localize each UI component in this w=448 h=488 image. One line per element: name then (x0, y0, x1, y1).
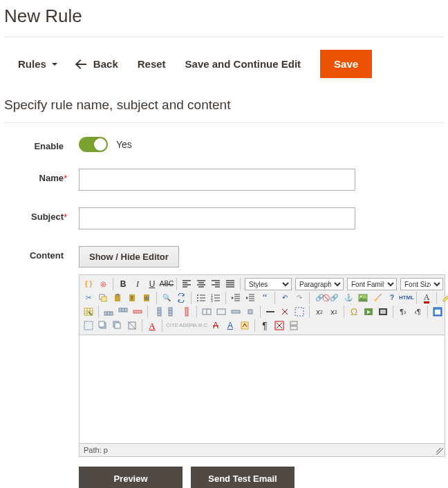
svg-rect-21 (169, 308, 172, 316)
link-icon[interactable]: 🔗 (313, 292, 326, 304)
col-after-icon[interactable] (166, 306, 178, 318)
svg-rect-26 (248, 310, 252, 314)
cite-icon[interactable]: CITE (166, 319, 178, 332)
row-properties-icon[interactable] (230, 306, 242, 318)
editor-body[interactable] (80, 335, 445, 443)
layer-back-icon[interactable] (111, 319, 124, 332)
highlight-icon[interactable] (440, 292, 448, 304)
fontsize-select[interactable]: Font Size (400, 278, 443, 290)
layer-icon[interactable] (82, 319, 95, 332)
fullscreen-icon[interactable] (431, 306, 444, 318)
abbr-icon[interactable]: ABBR (180, 319, 193, 332)
show-hide-editor-button[interactable]: Show / Hide Editor (79, 246, 179, 268)
text-color-icon[interactable]: A (420, 292, 433, 304)
col-before-icon[interactable] (151, 306, 164, 318)
enable-toggle[interactable] (79, 137, 108, 152)
styleprops-icon[interactable]: A (146, 319, 158, 332)
italic-icon[interactable]: I (131, 278, 144, 290)
nbsp-icon[interactable] (273, 319, 286, 332)
paste-icon[interactable] (111, 292, 124, 304)
layer-abs-icon[interactable] (126, 319, 138, 332)
align-center-icon[interactable] (195, 278, 207, 290)
save-continue-button[interactable]: Save and Continue Edit (185, 58, 301, 70)
variable-icon[interactable]: ◎ (97, 278, 109, 290)
svg-text:3: 3 (211, 299, 213, 303)
visualchars-icon[interactable]: ¶ (259, 319, 271, 332)
paste-text-icon[interactable]: T (126, 292, 138, 304)
hr-icon[interactable] (264, 306, 277, 318)
styles-select[interactable]: Styles (245, 278, 292, 290)
send-test-email-button[interactable]: Send Test Email (191, 467, 295, 488)
acronym-icon[interactable]: A.B.C. (195, 319, 207, 332)
bullet-list-icon[interactable] (195, 292, 207, 304)
pagebreak-icon[interactable] (288, 319, 300, 332)
svg-rect-32 (435, 310, 440, 315)
blockquote-icon[interactable]: “ (259, 292, 271, 304)
underline-icon[interactable]: U (146, 278, 158, 290)
delete-row-icon[interactable] (131, 306, 144, 318)
remove-format-icon[interactable] (279, 306, 291, 318)
unlink-icon[interactable]: 🔗⃠ (328, 292, 340, 304)
undo-icon[interactable]: ↶ (279, 292, 291, 304)
media-icon[interactable] (362, 306, 375, 318)
toggle-knob (94, 138, 106, 151)
subject-row: Subject * (4, 207, 444, 229)
back-button[interactable]: Back (77, 58, 118, 70)
svg-rect-33 (84, 321, 93, 330)
strike-icon[interactable]: ABC (160, 278, 173, 290)
resize-handle-icon[interactable] (436, 448, 443, 455)
find-icon[interactable]: 🔍 (160, 292, 173, 304)
svg-rect-24 (217, 309, 225, 315)
del-icon[interactable]: A (209, 319, 222, 332)
subscript-icon[interactable]: x2 (313, 306, 326, 318)
fontfamily-select[interactable]: Font Family (347, 278, 397, 290)
replace-icon[interactable] (175, 292, 187, 304)
svg-rect-20 (158, 308, 161, 316)
save-button[interactable]: Save (320, 50, 372, 78)
superscript-icon[interactable]: x2 (328, 306, 340, 318)
cell-properties-icon[interactable] (244, 306, 256, 318)
bold-icon[interactable]: B (117, 278, 129, 290)
table-icon[interactable] (82, 306, 95, 318)
paste-word-icon[interactable]: W (140, 292, 153, 304)
layer-fwd-icon[interactable] (97, 319, 109, 332)
name-label: Name (4, 169, 64, 183)
anchor-icon[interactable]: ⚓ (342, 292, 355, 304)
help-icon[interactable]: ? (386, 292, 398, 304)
reset-button[interactable]: Reset (138, 58, 166, 70)
preview-button[interactable]: Preview (79, 467, 183, 488)
rtl-icon[interactable]: ‹¶ (411, 306, 424, 318)
svg-rect-17 (104, 312, 113, 315)
delete-col-icon[interactable] (180, 306, 193, 318)
subject-input[interactable] (79, 207, 355, 229)
ins-icon[interactable]: A (224, 319, 236, 332)
align-right-icon[interactable] (209, 278, 222, 290)
outdent-icon[interactable] (230, 292, 242, 304)
merge-cell-icon[interactable] (215, 306, 227, 318)
align-justify-icon[interactable] (224, 278, 236, 290)
media2-icon[interactable] (377, 306, 389, 318)
html-icon[interactable]: HTML (400, 292, 413, 304)
attributes-icon[interactable] (239, 319, 251, 332)
specialchar-icon[interactable]: Ω (348, 306, 360, 318)
copy-icon[interactable] (97, 292, 109, 304)
paragraph-select[interactable]: Paragraph (295, 278, 344, 290)
ltr-icon[interactable]: ¶› (397, 306, 409, 318)
name-input[interactable] (79, 169, 355, 191)
content-label: Content (4, 246, 64, 261)
redo-icon[interactable]: ↷ (293, 292, 306, 304)
rules-dropdown[interactable]: Rules (18, 58, 57, 70)
cleanup-icon[interactable]: 🧹 (371, 292, 384, 304)
image-icon[interactable] (357, 292, 369, 304)
number-list-icon[interactable]: 123 (209, 292, 222, 304)
row-before-icon[interactable] (102, 306, 115, 318)
align-left-icon[interactable] (180, 278, 193, 290)
indent-icon[interactable] (244, 292, 256, 304)
split-cell-icon[interactable] (200, 306, 213, 318)
widget-icon[interactable]: { } (82, 278, 95, 290)
required-asterisk: * (64, 207, 72, 223)
editor-toolbar: { } ◎ B I U ABC Styles Paragraph Font Fa… (80, 275, 445, 335)
row-after-icon[interactable] (117, 306, 129, 318)
show-blocks-icon[interactable] (293, 306, 306, 318)
cut-icon[interactable]: ✂ (82, 292, 95, 304)
